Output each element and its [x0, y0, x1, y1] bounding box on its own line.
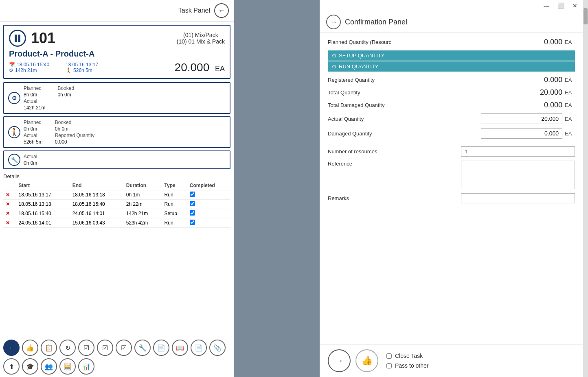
delete-cell[interactable]: ✕: [3, 200, 16, 209]
task-time-group-1: 📅 18.05.16 15:40 ⚙ 142h 21m: [9, 62, 49, 73]
duration-cell: 142h 21m: [124, 209, 162, 218]
duration-cell: 0h 1m: [124, 190, 162, 200]
completed-checkbox[interactable]: [190, 220, 195, 225]
actual-qty-row: Actual Quantity EA: [328, 113, 575, 124]
total-damaged-label: Total Damaged Quantity: [328, 102, 530, 108]
toolbar-book-btn[interactable]: 📖: [172, 340, 188, 356]
run-reported-label: Reported Quantity: [55, 133, 94, 138]
conf-header: → Confirmation Panel: [320, 11, 583, 33]
toolbar-doc-btn[interactable]: 📄: [153, 340, 169, 356]
details-table: Start End Duration Type Completed ✕ 18.0…: [3, 181, 230, 228]
run-section-bar[interactable]: ⊙ RUN QUANTITY: [328, 61, 575, 72]
right-panel: — ⬜ ✕ → Confirmation Panel Planned Quant…: [320, 0, 583, 377]
total-qty-label: Total Quantity: [328, 89, 530, 96]
task-start-date2: 18.05.16 13:17: [66, 62, 98, 68]
task-op2: (10) 01 Mix & Pack: [177, 38, 225, 45]
actual-qty-input[interactable]: [481, 113, 562, 124]
calendar-icon: 📅: [9, 62, 15, 68]
pass-to-other-checkbox[interactable]: [386, 363, 392, 368]
details-label: Details: [3, 172, 230, 181]
completed-cell[interactable]: [187, 200, 230, 209]
toolbar-page-btn[interactable]: 📄: [191, 340, 207, 356]
task-number: 101: [31, 30, 55, 47]
pass-to-other-label: Pass to other: [395, 362, 429, 369]
delete-cell[interactable]: ✕: [3, 218, 16, 228]
setup-booked-col: Booked 0h 0m: [57, 85, 74, 111]
run-row: 🚶 Planned 0h 0m Actual 526h 5m Booked 0h…: [4, 117, 230, 147]
completed-cell[interactable]: [187, 218, 230, 228]
delete-icon[interactable]: ✕: [6, 211, 10, 216]
toolbar-upload-btn[interactable]: ⬆: [3, 358, 20, 375]
completed-cell[interactable]: [187, 190, 230, 200]
remarks-input[interactable]: [461, 193, 575, 203]
conf-body: Planned Quantity (Resourc 0.000 EA ⊙ SET…: [320, 33, 583, 344]
close-task-row: Close Task: [386, 353, 429, 359]
close-button[interactable]: ✕: [570, 2, 580, 10]
num-resources-input[interactable]: [461, 146, 575, 157]
run-reported-val: 0.000: [55, 139, 94, 145]
toolbar-check3-btn[interactable]: ☑: [116, 340, 132, 356]
toolbar-copy-btn[interactable]: 📋: [41, 340, 57, 356]
wrench-actual-label: Actual: [24, 154, 37, 159]
table-row: ✕ 18.05.16 13:17 18.05.16 13:18 0h 1m Ru…: [3, 190, 230, 200]
task-qty: 20.000 EA: [175, 61, 225, 74]
footer-checkboxes: Close Task Pass to other: [386, 353, 429, 369]
setup-section-label: SETUP QUANTITY: [339, 52, 384, 59]
remarks-row: Remarks: [328, 193, 575, 203]
scrollbar[interactable]: [583, 0, 588, 377]
run-collapse-icon: ⊙: [332, 63, 336, 70]
completed-checkbox[interactable]: [190, 201, 195, 206]
total-damaged-unit: EA: [565, 102, 575, 108]
confirm-button[interactable]: →: [328, 349, 351, 372]
reference-input[interactable]: [461, 161, 575, 189]
start-cell: 18.05.16 13:18: [16, 200, 70, 209]
setup-section-bar[interactable]: ⊙ SETUP QUANTITY: [328, 50, 575, 61]
delete-icon[interactable]: ✕: [6, 192, 10, 198]
delete-cell[interactable]: ✕: [3, 209, 16, 218]
toolbar-thumbs-btn[interactable]: 👍: [22, 340, 38, 356]
col-completed-label: Completed: [187, 181, 230, 190]
pause-icon: [9, 30, 26, 47]
damaged-qty-label: Damaged Quantity: [328, 131, 481, 137]
remarks-label: Remarks: [328, 195, 461, 201]
toolbar-people-btn[interactable]: 👥: [41, 358, 57, 375]
toolbar-check2-btn[interactable]: ☑: [97, 340, 113, 356]
maximize-button[interactable]: ⬜: [555, 2, 567, 10]
scroll-thumb[interactable]: [584, 8, 588, 24]
type-cell: Run: [162, 200, 187, 209]
close-task-checkbox[interactable]: [386, 353, 392, 359]
toolbar-refresh-btn[interactable]: ↻: [59, 340, 76, 356]
run-booked-val: 0h 0m: [55, 126, 94, 132]
completed-checkbox[interactable]: [190, 210, 195, 216]
damaged-qty-input[interactable]: [481, 128, 562, 139]
toolbar-clip-btn[interactable]: 📎: [209, 340, 226, 356]
gear-icon-small: ⚙: [9, 68, 13, 73]
completed-cell[interactable]: [187, 209, 230, 218]
start-cell: 18.05.16 13:17: [16, 190, 70, 200]
minimize-button[interactable]: —: [541, 2, 552, 10]
thumbs-up-button[interactable]: 👍: [355, 349, 378, 372]
completed-checkbox[interactable]: [190, 192, 195, 197]
run-info-cols: Planned 0h 0m Actual 526h 5m Booked 0h 0…: [24, 120, 226, 145]
toolbar-tools-btn[interactable]: 🔧: [134, 340, 151, 356]
run-section: 🚶 Planned 0h 0m Actual 526h 5m Booked 0h…: [3, 116, 230, 148]
setup-planned-col: Planned 8h 0m Actual 142h 21m: [24, 85, 45, 111]
delete-cell[interactable]: ✕: [3, 190, 16, 200]
registered-qty-row: Registered Quantity 0.000 EA: [328, 76, 575, 84]
planned-qty-unit: EA: [565, 39, 575, 45]
toolbar-check1-btn[interactable]: ☑: [78, 340, 94, 356]
toolbar-grad-btn[interactable]: 🎓: [22, 358, 38, 375]
toolbar-calc-btn[interactable]: 🧮: [59, 358, 76, 375]
toolbar-table-btn[interactable]: 📊: [78, 358, 94, 375]
end-cell: 15.06.16 09:43: [70, 218, 124, 228]
col-start: [3, 181, 16, 190]
back-arrow-button[interactable]: ←: [214, 3, 229, 18]
delete-icon[interactable]: ✕: [6, 201, 10, 207]
toolbar-back-btn[interactable]: ←: [3, 340, 20, 356]
middle-divider: [234, 0, 320, 377]
wrench-actual-col: Actual 0h 0m: [24, 154, 37, 166]
delete-icon[interactable]: ✕: [6, 220, 10, 226]
num-resources-label: Number of resources: [328, 148, 461, 155]
run-planned-label: Planned: [24, 120, 43, 125]
start-cell: 18.05.16 15:40: [16, 209, 70, 218]
